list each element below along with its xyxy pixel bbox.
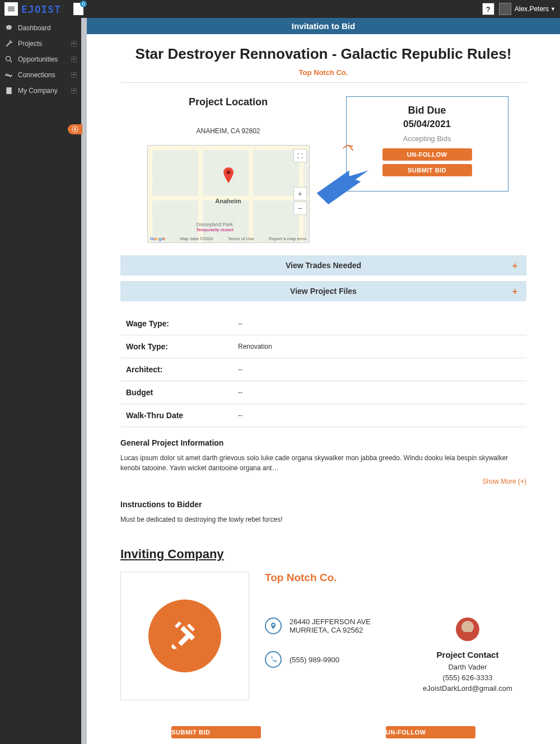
detail-label: Walk-Thru Date — [120, 404, 232, 427]
bid-due-card: Bid Due 05/04/2021 Accepting Bids UN-FOL… — [346, 96, 508, 191]
location-pin-icon — [265, 617, 282, 634]
sidebar-label: My Company — [18, 87, 71, 95]
expand-icon: + — [71, 72, 77, 78]
sidebar-item-connections[interactable]: Connections + — [0, 67, 81, 83]
expand-icon: + — [71, 88, 77, 93]
general-info-heading: General Project Information — [120, 438, 526, 447]
hamburger-icon — [7, 4, 16, 13]
sidebar-label: Opportunities — [18, 55, 71, 63]
general-info-body: Lucas ipsum dolor sit amet darth grievou… — [120, 453, 526, 473]
inviting-company-card: Top Notch Co. 26440 JEFFERSON AVE MURRIE… — [120, 572, 526, 700]
bid-due-heading: Bid Due — [357, 105, 498, 116]
detail-value: -- — [232, 312, 526, 335]
table-row: Budget-- — [120, 381, 526, 404]
detail-value: Renovation — [232, 335, 526, 358]
page-header: Invitation to Bid — [87, 18, 560, 34]
menu-button[interactable] — [4, 2, 18, 16]
contact-heading: Project Contact — [409, 650, 526, 659]
detail-value: -- — [232, 404, 526, 427]
top-bar: EJOIST 0 ? Alex.Peters ▼ — [0, 0, 560, 18]
main: Invitation to Bid Star Destroyer Rennova… — [81, 18, 560, 744]
google-logo: Google — [150, 236, 166, 241]
tools-icon — [148, 600, 221, 672]
sidebar-label: Dashboard — [18, 24, 77, 32]
collapse-sidebar-button[interactable] — [68, 124, 82, 134]
svg-point-0 — [6, 57, 11, 61]
instructions-heading: Instructions to Bidder — [120, 500, 526, 509]
sidebar: Dashboard Projects + Opportunities + Con… — [0, 18, 81, 744]
caret-down-icon: ▼ — [550, 6, 556, 12]
project-contact-section: Project Contact Darth Vader (555) 626-33… — [409, 617, 526, 692]
map-zoom-in-button[interactable]: + — [293, 187, 307, 200]
map-fullscreen-button[interactable]: ⛶ — [293, 149, 307, 162]
cursor-illustration — [315, 151, 377, 214]
inviting-company-heading: Inviting Company — [120, 547, 526, 561]
show-more-link[interactable]: Show More (+) — [120, 478, 526, 485]
search-icon — [4, 55, 13, 64]
submit-bid-button[interactable]: SUBMIT BID — [382, 164, 472, 176]
project-details-table: Wage Type:-- Work Type:Renovation Archit… — [120, 312, 526, 427]
unfollow-button[interactable]: UN-FOLLOW — [382, 148, 472, 161]
submit-bid-button-bottom[interactable]: SUBMIT BID — [171, 726, 261, 738]
location-address: ANAHEIM, CA 92802 — [139, 127, 318, 135]
detail-label: Architect: — [120, 358, 232, 381]
contact-phone: (555) 626-3333 — [409, 673, 526, 682]
sidebar-item-projects[interactable]: Projects + — [0, 36, 81, 52]
expand-icon: + — [71, 57, 77, 62]
company-address: 26440 JEFFERSON AVE MURRIETA, CA 92562 — [265, 617, 386, 634]
map-poi-label: Disneyland Park Temporarily closed — [196, 222, 234, 232]
notifications-button[interactable]: 0 — [67, 3, 83, 15]
help-button[interactable]: ? — [482, 3, 494, 15]
arrow-left-icon — [72, 126, 78, 133]
table-row: Work Type:Renovation — [120, 335, 526, 358]
logo-text: EJOIST — [21, 3, 61, 15]
instructions-body: Must be dedicated to destroying the lowl… — [120, 514, 526, 525]
project-company: Top Notch Co. — [120, 68, 526, 80]
user-avatar[interactable] — [499, 3, 511, 15]
bid-due-date: 05/04/2021 — [357, 119, 498, 130]
app-logo[interactable]: EJOIST — [21, 3, 61, 15]
project-location-section: Project Location ANAHEIM, CA 92802 Anahe… — [139, 96, 318, 243]
table-row: Wage Type:-- — [120, 312, 526, 335]
user-name-label: Alex.Peters — [515, 5, 549, 13]
detail-value: -- — [232, 358, 526, 381]
map-zoom-out-button[interactable]: − — [293, 202, 307, 215]
company-phone: (555) 989-9900 — [265, 651, 386, 668]
expand-icon: + — [71, 41, 77, 46]
unfollow-button-bottom[interactable]: UN-FOLLOW — [386, 726, 475, 738]
map-attribution: Google Map data ©2020 Terms of Use Repor… — [150, 236, 307, 241]
company-logo — [120, 572, 249, 700]
detail-label: Wage Type: — [120, 312, 232, 335]
accordion-label: View Project Files — [290, 287, 357, 296]
sidebar-item-opportunities[interactable]: Opportunities + — [0, 52, 81, 67]
sidebar-item-dashboard[interactable]: Dashboard — [0, 20, 81, 36]
building-icon — [4, 86, 13, 95]
dashboard-icon — [4, 24, 13, 32]
map[interactable]: Anaheim Disneyland Park Temporarily clos… — [147, 145, 310, 243]
user-menu[interactable]: Alex.Peters ▼ — [515, 5, 556, 13]
table-row: Walk-Thru Date-- — [120, 404, 526, 427]
notification-badge: 0 — [80, 1, 87, 7]
plus-icon: + — [512, 287, 517, 297]
view-trades-accordion[interactable]: View Trades Needed + — [120, 255, 526, 275]
detail-label: Work Type: — [120, 335, 232, 358]
project-title: Star Destroyer Rennovation - Galactic Re… — [120, 45, 526, 63]
contact-email: eJoistDarkLord@gmail.com — [409, 684, 526, 692]
accordion-label: View Trades Needed — [286, 261, 361, 270]
bid-status: Accepting Bids — [357, 134, 498, 143]
contact-name: Darth Vader — [409, 663, 526, 671]
sidebar-label: Connections — [18, 71, 71, 79]
view-files-accordion[interactable]: View Project Files + — [120, 281, 526, 301]
wrench-icon — [4, 39, 13, 48]
map-pin-icon — [222, 167, 235, 184]
phone-icon — [265, 651, 282, 668]
plus-icon: + — [512, 261, 517, 271]
company-name: Top Notch Co. — [265, 572, 526, 584]
detail-value: -- — [232, 381, 526, 404]
sidebar-label: Projects — [18, 40, 71, 48]
sidebar-item-my-company[interactable]: My Company + — [0, 83, 81, 99]
map-city-label: Anaheim — [215, 198, 241, 204]
table-row: Architect:-- — [120, 358, 526, 381]
contact-avatar — [456, 617, 479, 641]
location-heading: Project Location — [139, 96, 318, 108]
